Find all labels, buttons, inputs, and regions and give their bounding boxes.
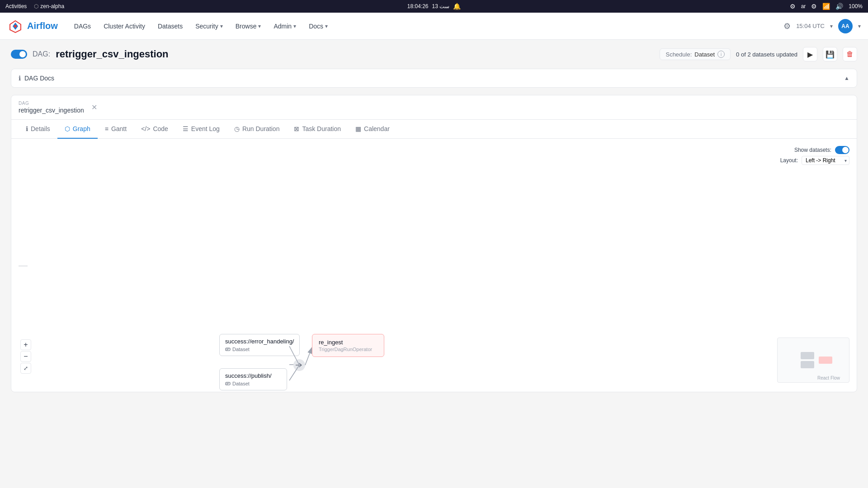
tab-gantt[interactable]: ≡ Gantt bbox=[98, 120, 134, 139]
mini-node-task bbox=[819, 357, 832, 364]
graph-icon: ⬡ bbox=[65, 125, 70, 132]
eventlog-icon: ☰ bbox=[183, 125, 189, 132]
mini-map: React Flow bbox=[777, 338, 849, 383]
dag-toggle[interactable] bbox=[11, 50, 27, 59]
chevron-down-time[interactable]: ▾ bbox=[830, 23, 833, 29]
settings-icon[interactable]: ⚙ bbox=[790, 3, 796, 10]
system-time: 18:04:26 bbox=[407, 3, 429, 9]
nav-dags[interactable]: DAGs bbox=[69, 20, 96, 33]
svg-rect-4 bbox=[226, 348, 230, 351]
schedule-value: Dataset bbox=[694, 51, 715, 58]
nav-cluster-activity[interactable]: Cluster Activity bbox=[98, 20, 151, 33]
browse-dropdown-icon: ▾ bbox=[258, 23, 261, 29]
node-error-handling-subtitle: Dataset bbox=[225, 347, 294, 352]
panel-header: DAG retrigger_csv_ingestion ✕ bbox=[11, 95, 857, 120]
connector-lines bbox=[11, 139, 857, 392]
language-label: ar bbox=[801, 3, 806, 9]
layout-select-wrapper: Left -> Right Top -> Bottom bbox=[802, 156, 849, 165]
dag-docs-header[interactable]: ℹ DAG Docs ▲ bbox=[11, 69, 857, 87]
wifi-icon: 📶 bbox=[822, 3, 830, 10]
battery-label: 100% bbox=[849, 3, 863, 9]
schedule-info-icon[interactable]: i bbox=[717, 51, 725, 58]
arrow-icon bbox=[296, 362, 303, 368]
workspace-label: zen-alpha bbox=[40, 3, 64, 9]
calendar-icon: ▦ bbox=[355, 125, 361, 132]
save-button[interactable]: 💾 bbox=[823, 47, 837, 61]
zoom-in-button[interactable]: + bbox=[20, 339, 31, 350]
activities-label[interactable]: Activities bbox=[5, 3, 27, 9]
arrow-connector bbox=[293, 359, 305, 371]
node-error-handling-title: success://error_handeling/ bbox=[225, 338, 294, 345]
tabs: ℹ Details ⬡ Graph ≡ Gantt </> Code ☰ Eve… bbox=[11, 120, 857, 139]
mini-map-label: React Flow bbox=[817, 375, 840, 380]
nav-browse[interactable]: Browse ▾ bbox=[230, 20, 267, 33]
graph-area: — Show datasets: Layout: Left -> Right T… bbox=[11, 139, 857, 392]
taskduration-icon: ⊠ bbox=[294, 125, 299, 132]
system-date: 13 ست bbox=[432, 3, 450, 9]
main-panel: DAG retrigger_csv_ingestion ✕ ℹ Details … bbox=[11, 95, 857, 392]
svg-point-1 bbox=[14, 25, 17, 28]
dag-name-small: retrigger_csv_ingestion bbox=[19, 107, 84, 114]
tab-graph[interactable]: ⬡ Graph bbox=[57, 120, 98, 139]
gantt-icon: ≡ bbox=[105, 125, 108, 132]
gear-icon[interactable]: ⚙ bbox=[783, 21, 791, 31]
panel-close-icon[interactable]: ✕ bbox=[91, 103, 97, 112]
layout-label: Layout: bbox=[780, 157, 798, 164]
docs-dropdown-icon: ▾ bbox=[325, 23, 328, 29]
show-datasets-toggle[interactable] bbox=[835, 146, 849, 154]
node-error-handling[interactable]: success://error_handeling/ Dataset bbox=[219, 334, 300, 356]
tab-event-log[interactable]: ☰ Event Log bbox=[175, 120, 227, 139]
layout-row: Layout: Left -> Right Top -> Bottom bbox=[780, 156, 849, 165]
nav-docs[interactable]: Docs ▾ bbox=[303, 20, 333, 33]
network-icon: ⚙ bbox=[811, 3, 817, 10]
nav-right: ⚙ 15:04 UTC ▾ AA ▾ bbox=[783, 19, 861, 33]
node-reingest-title: re_ingest bbox=[319, 339, 377, 346]
delete-button[interactable]: 🗑 bbox=[843, 47, 857, 61]
tab-details[interactable]: ℹ Details bbox=[19, 120, 57, 139]
nav-items: DAGs Cluster Activity Datasets Security … bbox=[69, 20, 780, 33]
dag-actions: Schedule: Dataset i 0 of 2 datasets upda… bbox=[660, 47, 857, 61]
node-reingest[interactable]: re_ingest TriggerDagRunOperator bbox=[312, 334, 384, 357]
dag-docs-title: ℹ DAG Docs bbox=[19, 75, 54, 82]
zoom-fit-button[interactable]: ⤢ bbox=[20, 363, 31, 374]
show-datasets-label: Show datasets: bbox=[794, 147, 831, 153]
dataset-count: 0 of 2 datasets updated bbox=[736, 51, 797, 58]
dag-docs-chevron[interactable]: ▲ bbox=[844, 75, 849, 81]
nav-time: 15:04 UTC bbox=[796, 23, 825, 29]
admin-dropdown-icon: ▾ bbox=[293, 23, 296, 29]
dataset-icon-2 bbox=[225, 381, 231, 386]
dag-header: DAG: retrigger_csv_ingestion Schedule: D… bbox=[11, 47, 857, 61]
mini-node-2 bbox=[801, 361, 814, 368]
nav-admin[interactable]: Admin ▾ bbox=[268, 20, 302, 33]
layout-select[interactable]: Left -> Right Top -> Bottom bbox=[802, 156, 849, 165]
flow-canvas: success://error_handeling/ Dataset succe… bbox=[11, 139, 857, 392]
mini-node-1 bbox=[801, 352, 814, 359]
node-publish-title: success://publish/ bbox=[225, 372, 281, 379]
svg-rect-7 bbox=[226, 382, 230, 385]
tab-task-duration[interactable]: ⊠ Task Duration bbox=[287, 120, 348, 139]
schedule-badge: Schedule: Dataset i bbox=[660, 48, 731, 60]
schedule-label: Schedule: bbox=[665, 51, 692, 58]
avatar-chevron[interactable]: ▾ bbox=[858, 23, 861, 29]
page-content: DAG: retrigger_csv_ingestion Schedule: D… bbox=[0, 40, 868, 399]
tab-code[interactable]: </> Code bbox=[134, 120, 175, 139]
node-publish[interactable]: success://publish/ Dataset bbox=[219, 368, 287, 390]
dag-label-small: DAG bbox=[19, 101, 84, 106]
nav-security[interactable]: Security ▾ bbox=[190, 20, 228, 33]
zoom-out-button[interactable]: − bbox=[20, 351, 31, 362]
mini-map-nodes bbox=[801, 352, 832, 368]
notification-icon[interactable]: 🔔 bbox=[453, 3, 461, 10]
run-button[interactable]: ▶ bbox=[803, 47, 817, 61]
zoom-controls: + − ⤢ bbox=[20, 339, 31, 374]
system-bar: Activities ⬡ zen-alpha 18:04:26 13 ست 🔔 … bbox=[0, 0, 868, 13]
brand-logo[interactable]: Airflow bbox=[7, 18, 58, 34]
navbar: Airflow DAGs Cluster Activity Datasets S… bbox=[0, 13, 868, 40]
tab-run-duration[interactable]: ◷ Run Duration bbox=[227, 120, 287, 139]
brand-name: Airflow bbox=[27, 21, 58, 31]
avatar[interactable]: AA bbox=[838, 19, 853, 33]
security-dropdown-icon: ▾ bbox=[220, 23, 223, 29]
nav-datasets[interactable]: Datasets bbox=[152, 20, 188, 33]
tab-calendar[interactable]: ▦ Calendar bbox=[348, 120, 397, 139]
dag-title-section: DAG: retrigger_csv_ingestion bbox=[11, 48, 169, 60]
node-reingest-subtitle: TriggerDagRunOperator bbox=[319, 347, 377, 352]
